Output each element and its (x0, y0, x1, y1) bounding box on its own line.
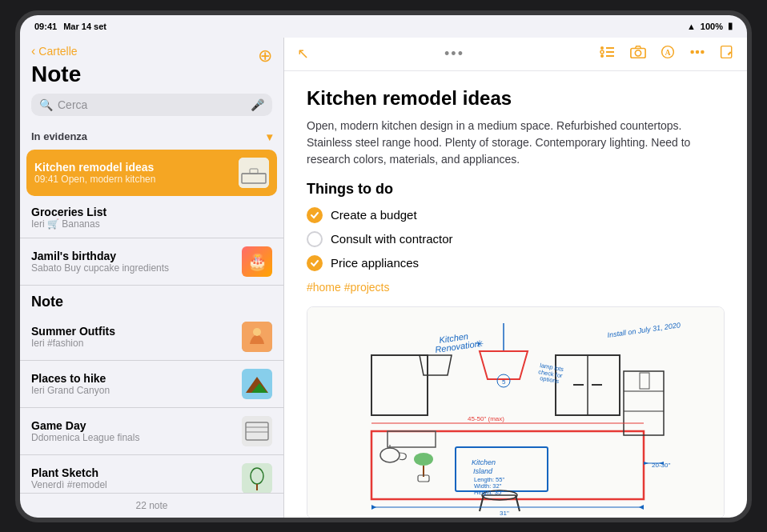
note-title-plant: Plant Sketch (31, 466, 235, 479)
mic-icon: 🎤 (251, 98, 264, 111)
note-meta-summer: Ieri #fashion (31, 338, 235, 349)
note-title-hike: Places to hike (31, 372, 235, 385)
list-icon[interactable] (600, 45, 616, 63)
svg-point-36 (696, 50, 700, 54)
battery-label: 100% (701, 22, 723, 31)
featured-notes-container: Kitchen remodel ideas 09:41 Open, modern… (20, 148, 283, 198)
note-title-kitchen: Kitchen remodel ideas (34, 161, 232, 174)
svg-point-37 (701, 50, 705, 54)
note-text-groceries: Groceries List Ieri 🛒 Bananas (31, 206, 272, 230)
todo-item-budget: Create a budget (307, 207, 725, 223)
note-item-plant[interactable]: Plant Sketch Venerdì #remodel (20, 455, 283, 493)
svg-text:5: 5 (502, 378, 506, 386)
note-thumbnail-plant (242, 463, 272, 493)
todo-item-contractor: Consult with contractor (307, 231, 725, 247)
svg-point-35 (690, 50, 694, 54)
note-title-gameday: Game Day (31, 419, 235, 432)
todo-checkbox-budget[interactable] (307, 207, 323, 223)
chevron-down-icon[interactable]: ▾ (267, 130, 272, 143)
todo-label-appliances: Price appliances (331, 256, 419, 270)
back-label: Cartelle (38, 45, 77, 58)
marker-icon[interactable]: A (661, 45, 675, 63)
featured-section-header: In evidenza ▾ (20, 122, 283, 148)
svg-point-5 (253, 328, 261, 336)
note-description: Open, modern kitchen design in a medium … (307, 118, 725, 168)
notes-section-label: Note (20, 286, 283, 314)
note-title-groceries: Groceries List (31, 206, 272, 218)
svg-point-60 (414, 453, 433, 466)
search-icon: 🔍 (39, 98, 53, 111)
note-title-birthday: Jamil's birthday (31, 250, 235, 262)
svg-point-26 (600, 50, 604, 54)
note-meta-hike: Ieri Grand Canyon (31, 385, 235, 396)
svg-text:Height: 35": Height: 35" (474, 489, 504, 496)
note-text-hike: Places to hike Ieri Grand Canyon (31, 372, 235, 396)
battery-icon: ▮ (728, 21, 733, 31)
note-meta-kitchen: 09:41 Open, modern kitchen (34, 174, 232, 185)
back-chevron-icon: ‹ (31, 44, 35, 58)
note-text-plant: Plant Sketch Venerdì #remodel (31, 466, 235, 490)
more-icon: ⊕ (258, 46, 272, 66)
bottom-bar: 22 note (20, 493, 283, 518)
note-item-birthday[interactable]: Jamil's birthday Sabato Buy cupcake ingr… (20, 238, 283, 286)
back-button[interactable]: ‹ Cartelle (31, 44, 272, 58)
content-area: ‹ Cartelle Note 🔍 Cerca 🎤 ⊕ In evidenza … (20, 38, 747, 518)
left-header: ‹ Cartelle Note 🔍 Cerca 🎤 ⊕ (20, 38, 283, 122)
toolbar-dots: ••• (444, 46, 464, 62)
svg-text:Kitchen: Kitchen (472, 458, 496, 466)
toolbar-right-icons: A (600, 45, 734, 63)
note-thumbnail-hike (242, 369, 272, 399)
status-bar: 09:41 Mar 14 set ▲ 100% ▮ (20, 15, 747, 38)
svg-text:Island: Island (473, 467, 493, 475)
note-item-summer[interactable]: Summer Outfits Ieri #fashion (20, 314, 283, 361)
left-panel: ‹ Cartelle Note 🔍 Cerca 🎤 ⊕ In evidenza … (20, 38, 284, 518)
note-text-gameday: Game Day Ddomenica League finals (31, 419, 235, 443)
todo-checkbox-contractor[interactable] (307, 231, 323, 247)
note-text-summer: Summer Outfits Ieri #fashion (31, 325, 235, 349)
status-date: Mar 14 set (63, 22, 106, 31)
featured-label: In evidenza (31, 130, 87, 142)
status-bar-right: ▲ 100% ▮ (687, 21, 733, 31)
search-bar[interactable]: 🔍 Cerca 🎤 (31, 94, 272, 116)
note-thumbnail-birthday: 🎂 (242, 246, 272, 277)
svg-text:✳: ✳ (476, 338, 484, 350)
svg-point-27 (600, 54, 604, 58)
note-toolbar: ↖ ••• A (284, 38, 747, 71)
sketch-area: Install on July 31, 2020 Kitchen Renovat… (307, 306, 725, 518)
note-thumbnail-summer (242, 322, 272, 352)
note-thumbnail-kitchen (239, 158, 269, 188)
note-item-kitchen[interactable]: Kitchen remodel ideas 09:41 Open, modern… (26, 150, 277, 196)
share-more-icon[interactable] (689, 45, 705, 63)
notes-count: 22 note (135, 500, 167, 511)
wifi-icon: ▲ (687, 22, 696, 31)
status-time: 09:41 (34, 22, 57, 31)
todo-label-budget: Create a budget (331, 208, 417, 222)
note-item-groceries[interactable]: Groceries List Ieri 🛒 Bananas (20, 198, 283, 238)
svg-point-25 (600, 46, 604, 50)
search-input[interactable]: Cerca (58, 98, 246, 111)
todo-checkbox-appliances[interactable] (307, 255, 323, 271)
edit-icon[interactable] (720, 45, 734, 63)
kitchen-sketch-svg: Install on July 31, 2020 Kitchen Renovat… (307, 307, 724, 515)
note-body: Kitchen remodel ideas Open, modern kitch… (284, 71, 747, 518)
resize-icon[interactable]: ↖ (297, 45, 309, 62)
status-bar-left: 09:41 Mar 14 set (34, 22, 106, 31)
note-meta-gameday: Ddomenica League finals (31, 432, 235, 443)
ipad-frame: 09:41 Mar 14 set ▲ 100% ▮ ‹ Cartelle Not… (15, 10, 752, 522)
note-item-hike[interactable]: Places to hike Ieri Grand Canyon (20, 361, 283, 408)
things-to-do-title: Things to do (307, 181, 725, 198)
camera-icon[interactable] (630, 45, 646, 63)
more-button[interactable]: ⊕ (258, 46, 272, 66)
kitchen-thumb-svg (239, 158, 269, 188)
svg-text:31": 31" (500, 510, 509, 515)
svg-text:A: A (665, 48, 670, 57)
note-thumbnail-gameday (242, 416, 272, 446)
note-list: In evidenza ▾ Kitchen remodel ideas 09:4… (20, 122, 283, 493)
note-meta-plant: Venerdì #remodel (31, 479, 235, 490)
note-item-gameday[interactable]: Game Day Ddomenica League finals (20, 408, 283, 455)
svg-point-32 (635, 50, 641, 55)
svg-text:45-50" (max): 45-50" (max) (468, 415, 504, 422)
note-text-kitchen: Kitchen remodel ideas 09:41 Open, modern… (34, 161, 232, 185)
note-main-title: Kitchen remodel ideas (307, 87, 725, 110)
note-meta-groceries: Ieri 🛒 Bananas (31, 218, 272, 230)
